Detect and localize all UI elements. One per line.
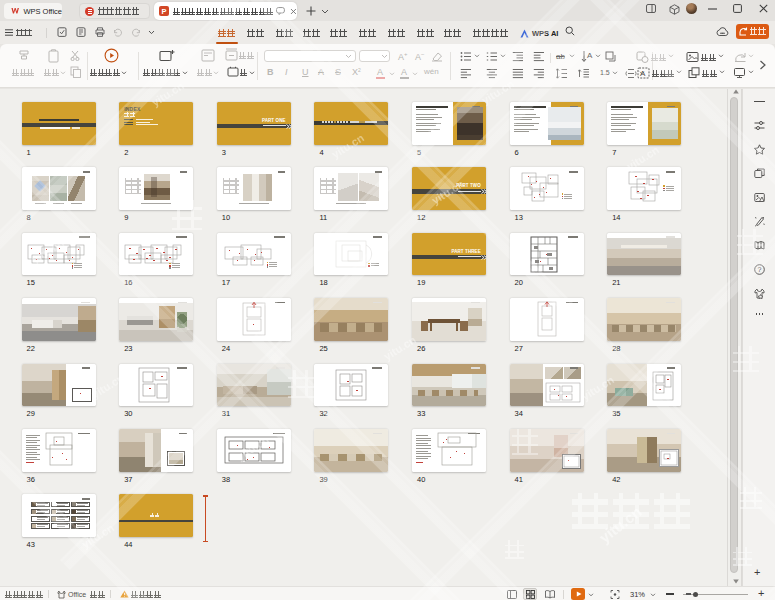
svg-text:A: A (587, 51, 593, 60)
svg-text:A: A (640, 69, 646, 78)
svg-text:?: ? (758, 266, 762, 273)
